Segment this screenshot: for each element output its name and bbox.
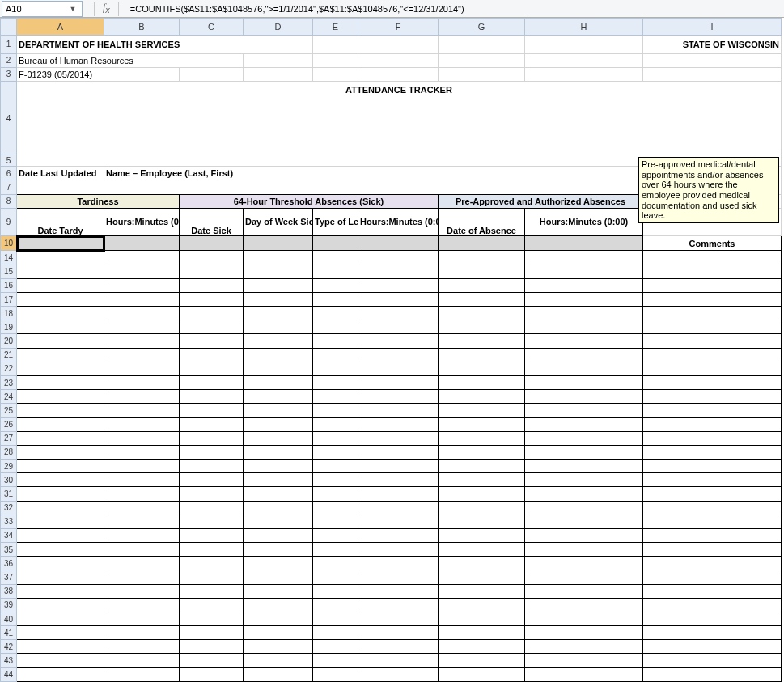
cell[interactable] (313, 390, 358, 404)
cell[interactable] (643, 543, 782, 557)
cell[interactable] (104, 180, 643, 194)
cell[interactable] (439, 292, 525, 306)
col-header-I[interactable]: I (643, 19, 782, 36)
cell[interactable] (358, 501, 439, 515)
cell[interactable] (525, 445, 643, 459)
fx-icon[interactable]: fx (103, 2, 110, 15)
cell[interactable] (313, 557, 358, 570)
cell-title[interactable]: ATTENDANCE TRACKER (17, 81, 782, 155)
cell[interactable] (17, 460, 104, 473)
cell[interactable] (104, 473, 180, 487)
cell[interactable] (313, 570, 358, 584)
row-header[interactable]: 20 (1, 334, 17, 348)
cell[interactable] (643, 431, 782, 445)
cell[interactable] (313, 376, 358, 390)
label-date-last-updated[interactable]: Date Last Updated (17, 167, 104, 180)
cell[interactable] (180, 334, 244, 348)
row-header[interactable]: 1 (1, 35, 17, 53)
cell[interactable] (244, 612, 313, 625)
cell[interactable] (17, 180, 104, 194)
cell[interactable] (17, 501, 104, 515)
cell[interactable] (17, 404, 104, 417)
cell[interactable] (439, 473, 525, 487)
row-header[interactable]: 2 (1, 53, 17, 67)
cell[interactable] (525, 570, 643, 584)
cell[interactable] (643, 278, 782, 292)
cell[interactable] (439, 570, 525, 584)
cell[interactable] (525, 251, 643, 265)
cell[interactable] (244, 417, 313, 431)
cell[interactable] (313, 53, 358, 67)
row-header[interactable]: 37 (1, 570, 17, 584)
cell[interactable] (525, 35, 643, 53)
cell[interactable] (643, 557, 782, 570)
cell[interactable] (525, 528, 643, 542)
cell[interactable] (17, 278, 104, 292)
cell[interactable] (439, 362, 525, 375)
cell[interactable] (104, 640, 180, 654)
cell[interactable] (180, 598, 244, 612)
col-header-E[interactable]: E (313, 19, 358, 36)
cell[interactable] (439, 487, 525, 501)
cell[interactable] (244, 445, 313, 459)
cell[interactable] (313, 348, 358, 362)
cell[interactable] (358, 584, 439, 598)
name-box[interactable]: A10 ▼ (2, 1, 83, 17)
row-header[interactable]: 24 (1, 390, 17, 404)
cell[interactable] (244, 53, 313, 67)
cell[interactable] (313, 278, 358, 292)
cell[interactable] (358, 543, 439, 557)
cell-form[interactable]: F-01239 (05/2014) (17, 67, 180, 81)
cell[interactable] (244, 307, 313, 320)
row-header[interactable]: 35 (1, 543, 17, 557)
cell[interactable] (439, 515, 525, 528)
cell[interactable] (104, 445, 180, 459)
select-all-corner[interactable] (1, 19, 17, 36)
cell[interactable] (358, 528, 439, 542)
cell[interactable] (244, 543, 313, 557)
subhdr-type-leave[interactable]: Type of Leave (313, 208, 358, 235)
cell[interactable] (525, 626, 643, 640)
cell[interactable] (244, 598, 313, 612)
cell[interactable] (358, 236, 439, 251)
cell[interactable] (244, 67, 313, 81)
cell[interactable] (104, 417, 180, 431)
cell[interactable] (525, 460, 643, 473)
row-header[interactable]: 3 (1, 67, 17, 81)
cell[interactable] (180, 654, 244, 667)
cell[interactable] (439, 598, 525, 612)
cell[interactable] (180, 584, 244, 598)
cell[interactable] (525, 53, 643, 67)
cell[interactable] (439, 390, 525, 404)
cell[interactable] (439, 445, 525, 459)
cell[interactable] (439, 543, 525, 557)
cell[interactable] (525, 584, 643, 598)
section-tardiness[interactable]: Tardiness (17, 194, 180, 208)
cell[interactable] (17, 265, 104, 278)
cell[interactable] (244, 557, 313, 570)
cell[interactable] (180, 390, 244, 404)
cell[interactable] (104, 376, 180, 390)
cell[interactable] (313, 251, 358, 265)
cell[interactable] (244, 320, 313, 334)
cell[interactable] (104, 487, 180, 501)
cell[interactable] (104, 528, 180, 542)
cell[interactable] (17, 584, 104, 598)
cell[interactable] (244, 390, 313, 404)
cell[interactable] (439, 320, 525, 334)
cell[interactable] (17, 362, 104, 375)
cell[interactable] (525, 487, 643, 501)
cell[interactable] (358, 487, 439, 501)
cell[interactable] (525, 667, 643, 681)
cell[interactable] (358, 278, 439, 292)
cell[interactable] (104, 236, 180, 251)
cell[interactable] (439, 35, 525, 53)
cell[interactable] (244, 640, 313, 654)
cell[interactable] (17, 390, 104, 404)
cell[interactable] (244, 404, 313, 417)
cell[interactable] (17, 570, 104, 584)
cell[interactable] (643, 667, 782, 681)
cell[interactable] (180, 473, 244, 487)
cell[interactable] (180, 362, 244, 375)
cell[interactable] (643, 487, 782, 501)
